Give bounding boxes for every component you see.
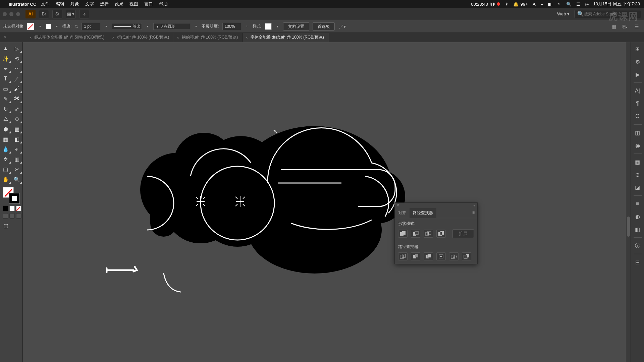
pen-tool-icon[interactable]: ✒ (0, 64, 11, 74)
scale-tool-icon[interactable]: ⤢ (11, 104, 23, 114)
menu-window[interactable]: 窗口 (144, 1, 153, 7)
libraries-panel-icon[interactable]: ⚙ (633, 57, 642, 66)
battery-icon[interactable]: ▮▯ (548, 2, 552, 7)
document-tab[interactable]: ×钢的琴.ai* @ 100% (RGB/预览) (174, 33, 243, 42)
menu-file[interactable]: 文件 (41, 1, 50, 7)
swatches-panel-icon[interactable]: ▦ (633, 157, 642, 167)
minus-front-icon[interactable] (411, 230, 420, 238)
transparency-panel-icon[interactable]: ◧ (633, 225, 642, 234)
control-center-icon[interactable]: ☰ (576, 2, 580, 7)
shaper-tool-icon[interactable]: ✎ (0, 94, 11, 104)
panel-titlebar[interactable]: × « (395, 203, 477, 208)
fill-dropdown[interactable]: ▾ (38, 23, 42, 30)
info-panel-icon[interactable]: ⓘ (633, 241, 642, 250)
bluetooth-icon[interactable]: ⌁ (540, 2, 543, 7)
blend-tool-icon[interactable]: ⟐ (11, 144, 23, 154)
tab-overflow-icon[interactable]: « (4, 35, 6, 39)
menu-type[interactable]: 文字 (85, 1, 94, 7)
fill-swatch[interactable] (27, 23, 34, 30)
record-icon[interactable] (497, 2, 500, 6)
menu-view[interactable]: 视图 (129, 1, 138, 7)
character-panel-icon[interactable]: A| (633, 86, 642, 96)
shape-builder-tool-icon[interactable]: ⬢ (0, 124, 11, 134)
notification-center[interactable]: 🔔 99+ (513, 2, 528, 7)
stroke-swatch[interactable] (46, 24, 51, 29)
curvature-tool-icon[interactable]: 〰 (11, 64, 23, 74)
artboard-tool-icon[interactable]: ▢ (0, 164, 11, 174)
profile-dropdown[interactable]: ▾ (145, 23, 150, 30)
spotlight-icon[interactable]: 🔍 (566, 2, 572, 7)
eyedropper-tool-icon[interactable]: 💧 (0, 144, 11, 154)
trim-icon[interactable] (411, 252, 420, 260)
app-home-icon[interactable]: Ai (25, 10, 36, 18)
brushes-panel-icon[interactable]: ⊘ (633, 170, 642, 179)
paintbrush-tool-icon[interactable]: 🖌 (11, 84, 23, 94)
adobe-stock-search[interactable]: 🔍 (574, 10, 641, 18)
window-traffic-lights[interactable] (3, 12, 20, 16)
minus-back-icon[interactable] (462, 252, 471, 260)
stock-icon[interactable]: St (52, 10, 62, 18)
menu-edit[interactable]: 编辑 (56, 1, 64, 7)
type-tool-icon[interactable]: T (0, 74, 11, 84)
close-icon[interactable]: × (177, 36, 179, 40)
rotate-tool-icon[interactable]: ↻ (0, 104, 11, 114)
actions-panel-icon[interactable]: ▶ (633, 70, 642, 79)
brush-dropdown[interactable]: ▾ (194, 23, 198, 30)
opentype-panel-icon[interactable]: O (633, 112, 642, 121)
symbols-panel-icon[interactable]: ◪ (633, 183, 642, 192)
color-black-icon[interactable] (3, 206, 8, 211)
stroke-dropdown[interactable]: ▾ (54, 23, 59, 30)
siri-icon[interactable]: ◎ (585, 2, 589, 7)
outline-icon[interactable] (449, 252, 459, 260)
isolate-icon[interactable]: ⎘▾ (621, 23, 629, 30)
paragraph-panel-icon[interactable]: ¶ (633, 99, 642, 108)
stroke-color-icon[interactable] (9, 193, 20, 204)
rectangle-tool-icon[interactable]: ▭ (0, 84, 11, 94)
screen-mode-icon[interactable]: ▢ (0, 221, 11, 231)
search-input[interactable] (584, 12, 638, 16)
close-icon[interactable]: × (246, 36, 248, 40)
color-none-icon[interactable] (16, 206, 21, 211)
direct-selection-tool-icon[interactable]: ▷ (11, 44, 23, 54)
magic-wand-tool-icon[interactable]: ✨ (0, 54, 11, 64)
scrollbar-thumb[interactable] (627, 217, 630, 237)
gradient-panel-icon[interactable]: ◐ (633, 212, 642, 221)
color-white-icon[interactable] (9, 206, 15, 211)
transform-panel-icon[interactable]: ▦ (610, 23, 618, 30)
gpu-preview-icon[interactable]: ⟡ (79, 10, 89, 18)
menu-object[interactable]: 对象 (70, 1, 79, 7)
recording-timer[interactable]: 00:23:48 ❚❚ (471, 2, 500, 7)
gradient-tool-icon[interactable]: ◧ (11, 134, 23, 144)
width-tool-icon[interactable]: ⧋ (0, 114, 11, 124)
wechat-icon[interactable]: ✴︎ (505, 2, 508, 7)
canvas[interactable]: ↖ × « 对齐 路径查找器 ≡ 形状模式: 扩展 路径查找器: (23, 42, 631, 362)
stroke-weight-dropdown[interactable]: ▾ (104, 23, 108, 30)
graphic-style-swatch[interactable] (265, 23, 272, 30)
free-transform-tool-icon[interactable]: ✥ (11, 114, 23, 124)
merge-icon[interactable] (424, 252, 433, 260)
app-name[interactable]: Illustrator CC (9, 2, 36, 7)
opacity-input[interactable] (222, 23, 241, 30)
stroke-stepper-icon[interactable]: ⇅ (75, 24, 78, 29)
document-tab[interactable]: ×标志字体全能番.ai* @ 50% (RGB/预览) (27, 33, 109, 42)
slice-tool-icon[interactable]: ✂ (11, 164, 23, 174)
draw-normal-icon[interactable] (3, 213, 8, 219)
fill-stroke-proxy[interactable] (3, 187, 20, 204)
clock[interactable]: 10月15日 周五 下午7:33 (593, 1, 640, 7)
align-dock-icon[interactable]: ⊟ (633, 257, 642, 267)
eraser-tool-icon[interactable]: ✀ (11, 94, 23, 104)
panel-tab-pathfinder[interactable]: 路径查找器 (410, 208, 436, 218)
transform-dock-icon[interactable]: ◫ (633, 128, 642, 137)
draw-inside-icon[interactable] (16, 213, 21, 219)
symbol-sprayer-tool-icon[interactable]: ✲ (0, 154, 11, 164)
variable-width-profile[interactable]: 等比 (112, 23, 142, 30)
unite-icon[interactable] (398, 230, 408, 238)
vertical-scrollbar[interactable] (626, 42, 631, 362)
brush-definition[interactable]: ●3 点圆形 (153, 23, 190, 30)
document-setup-button[interactable]: 文档设置 (283, 22, 309, 31)
lasso-tool-icon[interactable]: ⟲ (11, 54, 23, 64)
menu-effect[interactable]: 效果 (115, 1, 123, 7)
crop-icon[interactable] (436, 252, 446, 260)
exclude-icon[interactable] (436, 230, 446, 238)
draw-behind-icon[interactable] (9, 213, 15, 219)
